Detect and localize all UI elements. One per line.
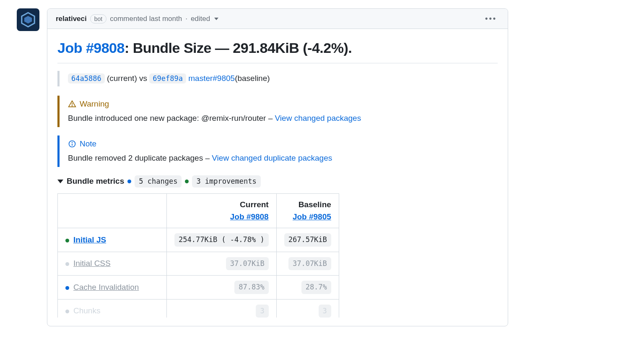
metric-baseline-value: 267.57KiB <box>284 233 331 247</box>
author-link[interactable]: relativeci <box>56 13 87 24</box>
comment-header: relativeci bot commented last month · ed… <box>47 9 508 29</box>
dot-icon <box>127 180 131 183</box>
dot-icon <box>65 310 69 313</box>
compare-block: 64a5886 (current) vs 69ef89a master#9805… <box>57 71 498 86</box>
edited-text[interactable]: edited <box>191 13 210 24</box>
metric-name-link[interactable]: Initial CSS <box>73 259 111 268</box>
metric-baseline-value: 3 <box>319 305 331 318</box>
note-alert: Note Bundle removed 2 duplicate packages… <box>57 135 498 167</box>
baseline-job-link[interactable]: Job #9805 <box>293 212 331 221</box>
view-changed-packages-link[interactable]: View changed packages <box>275 114 361 122</box>
chevron-down-icon[interactable] <box>214 18 218 20</box>
metric-current-value: 37.07KiB <box>226 257 269 271</box>
title: Job #9808: Bundle Size — 291.84KiB (-4.2… <box>57 37 498 63</box>
hexagon-logo-icon <box>20 12 36 28</box>
fade-overlay <box>0 332 644 349</box>
current-label: (current) <box>107 74 137 83</box>
vs-text: vs <box>139 74 147 83</box>
view-duplicate-packages-link[interactable]: View changed duplicate packages <box>212 154 332 162</box>
baseline-commit-hash[interactable]: 69ef89a <box>149 73 186 83</box>
table-row: Initial JS 254.77KiB ( -4.78% ) 267.57Ki… <box>58 228 339 252</box>
disclosure-caret-icon[interactable] <box>57 180 63 183</box>
current-job-link[interactable]: Job #9808 <box>230 212 269 221</box>
metric-current-value: 254.77KiB ( -4.78% ) <box>174 233 269 247</box>
svg-point-6 <box>72 142 73 143</box>
note-body-text: Bundle removed 2 duplicate packages – <box>68 154 212 162</box>
table-row: Cache Invalidation 87.83% 28.7% <box>58 276 339 300</box>
commented-text: commented last month <box>110 13 182 24</box>
kebab-menu[interactable]: ••• <box>483 13 499 24</box>
table-header-baseline: Baseline Job #9805 <box>276 194 339 228</box>
metric-name-link[interactable]: Cache Invalidation <box>73 283 139 292</box>
bundle-metrics-label: Bundle metrics <box>67 175 124 188</box>
svg-marker-1 <box>24 16 32 23</box>
dot-icon <box>65 262 69 266</box>
current-commit-hash[interactable]: 64a5886 <box>68 73 105 83</box>
table-row: Chunks 3 3 <box>58 299 339 318</box>
table-header-current: Current Job #9808 <box>167 194 277 228</box>
bot-badge: bot <box>90 14 106 23</box>
comment-body: Job #9808: Bundle Size — 291.84KiB (-4.2… <box>47 29 508 326</box>
table-body: Initial JS 254.77KiB ( -4.78% ) 267.57Ki… <box>58 228 339 318</box>
baseline-branch-link[interactable]: master#9805 <box>188 74 235 83</box>
avatar[interactable] <box>17 8 39 31</box>
warning-icon <box>68 100 76 108</box>
baseline-label: (baseline) <box>235 74 270 83</box>
note-head-text: Note <box>80 138 96 150</box>
table-row: Initial CSS 37.07KiB 37.07KiB <box>58 252 339 276</box>
metric-name-link[interactable]: Chunks <box>73 306 100 315</box>
warning-body-text: Bundle introduced one new package: @remi… <box>68 114 275 122</box>
job-link[interactable]: Job #9808 <box>57 40 125 56</box>
dot-icon <box>65 286 69 290</box>
metric-baseline-value: 37.07KiB <box>288 257 331 271</box>
changes-pill: 5 changes <box>135 175 182 188</box>
bundle-metrics-table: Current Job #9808 Baseline Job #9805 Ini… <box>57 193 339 318</box>
svg-point-3 <box>72 105 73 106</box>
warning-head-text: Warning <box>80 98 109 110</box>
info-icon <box>68 140 76 148</box>
metric-current-value: 87.83% <box>234 281 268 294</box>
comment-card: relativeci bot commented last month · ed… <box>47 8 508 326</box>
bundle-metrics-summary[interactable]: Bundle metrics 5 changes 3 improvements <box>57 175 498 188</box>
metric-baseline-value: 28.7% <box>301 281 331 294</box>
warning-alert: Warning Bundle introduced one new packag… <box>57 96 498 127</box>
table-header-empty <box>58 194 167 228</box>
dot-icon <box>65 239 69 242</box>
metric-current-value: 3 <box>256 305 268 318</box>
improvements-pill: 3 improvements <box>192 175 260 188</box>
title-rest: : Bundle Size — 291.84KiB (-4.2%). <box>125 40 352 56</box>
separator-dot: · <box>185 13 187 24</box>
dot-icon <box>185 180 189 183</box>
metric-name-link[interactable]: Initial JS <box>73 235 106 244</box>
